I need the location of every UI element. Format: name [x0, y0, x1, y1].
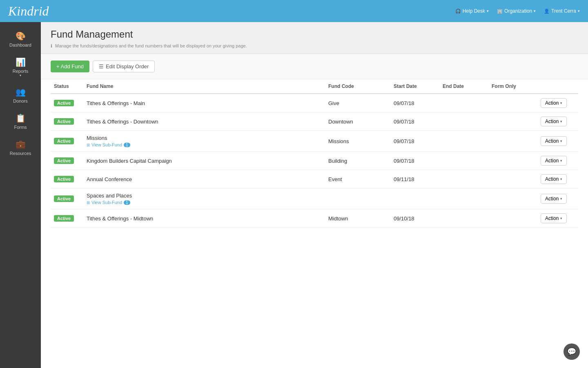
cell-form-only — [488, 152, 537, 170]
sub-fund-count: 1 — [124, 200, 130, 205]
col-header-start-date: Start Date — [390, 79, 439, 94]
view-sub-fund-label: View Sub-Fund — [91, 200, 122, 205]
sidebar: 🎨 Dashboard 📊 Reports ▾ 👥 Donors 📋 Forms… — [0, 22, 41, 368]
fund-name-text: Spaces and Places — [87, 193, 132, 199]
cell-start-date: 09/07/18 — [390, 152, 439, 170]
cell-fund-name: Annual Conference — [83, 170, 325, 188]
action-label: Action — [545, 196, 559, 202]
action-label: Action — [545, 100, 559, 106]
user-menu[interactable]: 👤 Trent Cerra ▾ — [544, 8, 580, 14]
sub-fund-link[interactable]: ⊞View Sub-Fund1 — [87, 142, 322, 147]
action-caret: ▾ — [560, 159, 562, 163]
cell-status: Active — [51, 170, 83, 188]
sidebar-item-dashboard[interactable]: 🎨 Dashboard — [0, 26, 41, 52]
top-nav: Kindrid 🎧 Help Desk ▾ 🏢 Organization ▾ 👤… — [0, 0, 588, 22]
fund-name-text: Annual Conference — [87, 176, 132, 182]
status-badge: Active — [54, 118, 74, 125]
organization-icon: 🏢 — [497, 9, 503, 14]
cell-fund-code: Downtown — [325, 112, 390, 131]
help-desk-caret: ▾ — [487, 9, 489, 13]
cell-status: Active — [51, 188, 83, 209]
cell-form-only — [488, 188, 537, 209]
action-caret: ▾ — [560, 216, 562, 220]
sidebar-label-forms: Forms — [14, 125, 27, 130]
fund-table: Status Fund Name Fund Code Start Date En… — [51, 79, 578, 228]
action-caret: ▾ — [560, 119, 562, 123]
action-label: Action — [545, 158, 559, 164]
logo: Kindrid — [8, 4, 49, 19]
cell-fund-name: Spaces and Places⊞View Sub-Fund1 — [83, 188, 325, 209]
fund-name-text: Kingdom Builders Capital Campaign — [87, 158, 172, 164]
donors-icon: 👥 — [16, 87, 26, 97]
action-button[interactable]: Action▾ — [541, 136, 567, 146]
toolbar: + Add Fund ☰ Edit Display Order — [41, 54, 588, 79]
cell-action: Action▾ — [537, 94, 578, 112]
cell-start-date: 09/07/18 — [390, 112, 439, 131]
page-title: Fund Management — [51, 29, 578, 40]
table-row: ActiveTithes & Offerings - MainGive09/07… — [51, 94, 578, 112]
info-icon: ℹ — [51, 43, 52, 48]
chat-bubble[interactable]: 💬 — [564, 343, 580, 360]
page-header: Fund Management ℹ Manage the funds/desig… — [41, 22, 588, 54]
help-desk-menu[interactable]: 🎧 Help Desk ▾ — [455, 8, 489, 14]
action-button[interactable]: Action▾ — [541, 194, 567, 204]
cell-start-date: 09/11/18 — [390, 170, 439, 188]
help-desk-label: Help Desk — [463, 8, 485, 14]
top-nav-right: 🎧 Help Desk ▾ 🏢 Organization ▾ 👤 Trent C… — [455, 8, 580, 14]
edit-order-label: Edit Display Order — [106, 63, 149, 70]
action-button[interactable]: Action▾ — [541, 98, 567, 108]
main-content: Fund Management ℹ Manage the funds/desig… — [41, 22, 588, 368]
cell-end-date — [439, 152, 488, 170]
action-button[interactable]: Action▾ — [541, 174, 567, 184]
cell-fund-name: Tithes & Offerings - Downtown — [83, 112, 325, 131]
cell-form-only — [488, 170, 537, 188]
cell-fund-name: Missions⊞View Sub-Fund1 — [83, 131, 325, 152]
sub-fund-icon: ⊞ — [87, 200, 90, 205]
sub-fund-icon: ⊞ — [87, 143, 90, 147]
cell-action: Action▾ — [537, 188, 578, 209]
edit-display-order-button[interactable]: ☰ Edit Display Order — [93, 61, 155, 72]
col-header-action — [537, 79, 578, 94]
cell-end-date — [439, 209, 488, 228]
action-button[interactable]: Action▾ — [541, 117, 567, 126]
cell-fund-name: Kingdom Builders Capital Campaign — [83, 152, 325, 170]
cell-end-date — [439, 131, 488, 152]
cell-status: Active — [51, 209, 83, 228]
reports-caret: ▾ — [20, 74, 21, 77]
edit-order-icon: ☰ — [99, 63, 104, 70]
sidebar-item-resources[interactable]: 💼 Resources — [0, 135, 41, 161]
add-fund-button[interactable]: + Add Fund — [51, 61, 89, 72]
cell-status: Active — [51, 131, 83, 152]
sidebar-item-donors[interactable]: 👥 Donors — [0, 82, 41, 108]
cell-fund-code — [325, 188, 390, 209]
user-label: Trent Cerra — [551, 8, 576, 14]
action-button[interactable]: Action▾ — [541, 156, 567, 166]
table-header-row: Status Fund Name Fund Code Start Date En… — [51, 79, 578, 94]
sidebar-item-forms[interactable]: 📋 Forms — [0, 108, 41, 135]
action-label: Action — [545, 176, 559, 182]
sidebar-label-donors: Donors — [13, 99, 27, 103]
cell-action: Action▾ — [537, 170, 578, 188]
sidebar-label-dashboard: Dashboard — [9, 43, 31, 47]
table-row: ActiveMissions⊞View Sub-Fund1Missions09/… — [51, 131, 578, 152]
forms-icon: 📋 — [16, 113, 26, 123]
cell-end-date — [439, 112, 488, 131]
page-subtitle-text: Manage the funds/designations and the fu… — [55, 43, 247, 48]
table-row: ActiveSpaces and Places⊞View Sub-Fund1Ac… — [51, 188, 578, 209]
action-button[interactable]: Action▾ — [541, 213, 567, 223]
sub-fund-link[interactable]: ⊞View Sub-Fund1 — [87, 200, 322, 205]
cell-status: Active — [51, 94, 83, 112]
organization-caret: ▾ — [534, 9, 536, 13]
cell-status: Active — [51, 112, 83, 131]
page-subtitle: ℹ Manage the funds/designations and the … — [51, 43, 578, 49]
status-badge: Active — [54, 138, 74, 144]
sidebar-item-reports[interactable]: 📊 Reports ▾ — [0, 52, 41, 82]
cell-form-only — [488, 209, 537, 228]
reports-icon: 📊 — [16, 57, 26, 67]
table-row: ActiveKingdom Builders Capital CampaignB… — [51, 152, 578, 170]
organization-menu[interactable]: 🏢 Organization ▾ — [497, 8, 536, 14]
add-fund-label: + Add Fund — [56, 63, 84, 70]
status-badge: Active — [54, 176, 74, 182]
action-label: Action — [545, 215, 559, 221]
action-caret: ▾ — [560, 177, 562, 181]
